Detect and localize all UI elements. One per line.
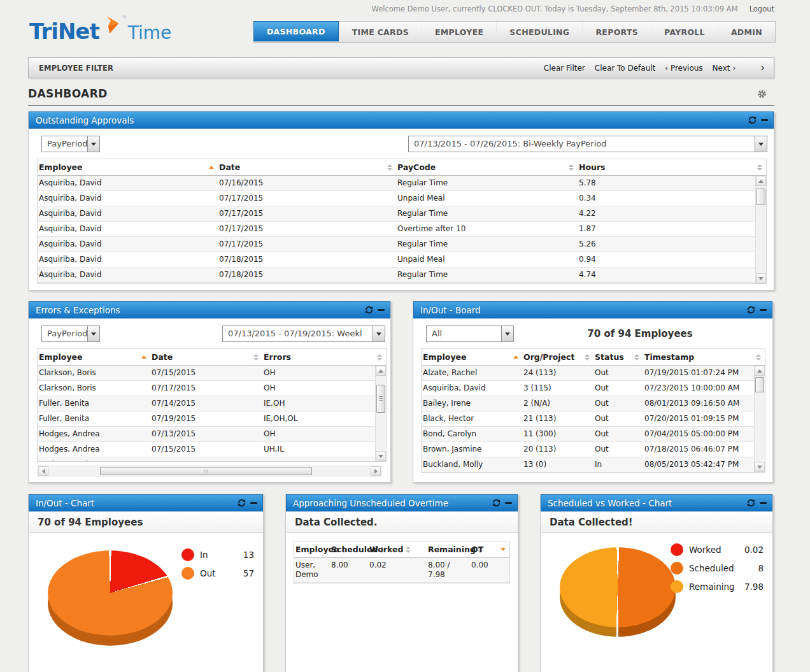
nav-tab-admin[interactable]: ADMIN [718,22,775,42]
dropdown-arrow-icon[interactable] [755,136,767,152]
payperiod-range-dropdown[interactable]: 07/13/2015 - 07/26/2015: Bi-Weekly PayPe… [408,136,767,152]
pie-chart [48,550,173,647]
table-row[interactable]: Asquiriba, David3 (115)Out07/23/2015 10:… [422,381,754,396]
payperiod-filter-dropdown[interactable]: PayPeriod [41,136,100,152]
table-cell: Asquiriba, David [38,222,218,236]
minimize-icon[interactable] [761,119,768,121]
column-label: Hours [579,162,606,172]
vertical-scrollbar[interactable] [755,176,766,283]
scroll-left-button[interactable] [38,466,48,476]
scroll-up-button[interactable] [376,366,386,376]
nav-tab-time-cards[interactable]: TIME CARDS [339,22,422,42]
nav-tab-label: EMPLOYEE [435,27,483,37]
dropdown-arrow-icon[interactable] [373,326,385,341]
minimize-icon[interactable] [250,502,257,504]
table-row[interactable]: Hodges, Andrea07/15/2015UH,IL [38,442,375,457]
table-row[interactable]: Bond, Carolyn11 (300)Out07/04/2015 05:00… [422,427,754,442]
column-header-employee[interactable]: Employee [38,349,150,365]
table-row[interactable]: Asquiriba, David07/18/2015Unpaid Meal0.9… [38,252,755,268]
table-row[interactable]: Alzate, Rachel24 (113)Out07/19/2015 01:0… [422,366,754,381]
table-rows: Alzate, Rachel24 (113)Out07/19/2015 01:0… [422,366,754,472]
refresh-icon[interactable] [748,116,757,124]
column-header-org-project[interactable]: Org/Project [522,349,593,365]
clear-filter-link[interactable]: Clear Filter [544,64,585,73]
table-row[interactable]: Buckland, Molly13 (0)In08/05/2013 05:42:… [422,457,754,472]
scrollbar-thumb[interactable] [755,377,764,392]
logout-link[interactable]: Logout [750,4,774,13]
column-header-date[interactable]: Date [218,159,396,175]
column-header-hours[interactable]: Hours [578,159,766,175]
minimize-icon[interactable] [378,309,385,311]
scroll-up-button[interactable] [756,176,766,186]
dropdown-arrow-icon[interactable] [87,136,99,152]
dropdown-arrow-icon[interactable] [501,326,513,341]
column-header-employee[interactable]: Employee [294,541,330,557]
payperiod-range-dropdown[interactable]: 07/13/2015 - 07/19/2015: Weekl [222,325,385,342]
column-label: Errors [264,352,291,362]
table-row[interactable]: Hodges, Andrea07/18/2015OH [38,457,375,461]
column-header-ot[interactable]: OT [470,541,509,557]
vertical-scrollbar[interactable] [375,366,386,461]
dropdown-arrow-icon[interactable] [87,326,99,341]
minimize-icon[interactable] [760,502,767,504]
table-row[interactable]: Asquiriba, David07/17/2015Unpaid Meal0.3… [38,191,755,206]
table-row[interactable]: Clarkson, Boris07/17/2015OH [38,381,375,396]
column-header-worked[interactable]: Worked [368,541,427,557]
scroll-down-button[interactable] [376,451,386,461]
expand-filter-chevron-icon[interactable]: › [760,62,765,73]
column-header-status[interactable]: Status [593,349,643,365]
scrollbar-thumb[interactable] [757,189,765,205]
nav-tab-reports[interactable]: REPORTS [582,22,651,42]
legend-item: Worked0.02 [671,543,764,556]
refresh-icon[interactable] [365,306,373,314]
table-row[interactable]: Brown, Jasmine20 (113)Out07/18/2015 06:4… [422,442,754,457]
table-row[interactable]: Hodges, Andrea07/13/2015OH [38,427,375,442]
scroll-right-button[interactable] [371,466,381,476]
table-row[interactable]: Asquiriba, David07/17/2015Overtime after… [38,222,755,237]
column-header-errors[interactable]: Errors [262,349,386,365]
scrollbar-thumb[interactable] [100,467,313,475]
clear-to-default-link[interactable]: Clear To Default [595,64,656,73]
refresh-icon[interactable] [747,306,755,314]
settings-gear-icon[interactable] [757,89,767,99]
table-row[interactable]: Clarkson, Boris07/15/2015OH [38,366,375,381]
next-link[interactable]: Next › [713,64,736,73]
table-row[interactable]: User, Demo8.000.028.00 / 7.980.00 [294,558,509,583]
nav-tab-dashboard[interactable]: DASHBOARD [253,21,339,41]
scroll-down-button[interactable] [756,273,766,283]
horizontal-scrollbar[interactable] [38,466,381,476]
table-row[interactable]: Bailey, Irene2 (N/A)Out08/01/2013 09:16:… [422,396,754,411]
minimize-icon[interactable] [505,502,512,504]
column-header-paycode[interactable]: PayCode [396,159,578,175]
column-header-scheduled[interactable]: Scheduled [330,541,368,557]
previous-link[interactable]: ‹ Previous [665,64,702,73]
table-row[interactable]: Black, Hector21 (113)Out07/20/2015 01:09… [422,411,754,427]
board-filter-dropdown[interactable]: All [426,325,514,342]
vertical-scrollbar[interactable] [754,366,765,472]
table-row[interactable]: Asquiriba, David07/17/2015Regular Time5.… [38,237,755,252]
refresh-icon[interactable] [238,499,246,507]
sort-icon [756,354,761,361]
column-header-remaining[interactable]: Remaining [427,541,470,557]
table-row[interactable]: Asquiriba, David07/16/2015Regular Time5.… [38,176,755,191]
table-row[interactable]: Fuller, Benita07/19/2015IE,OH,OL [38,411,375,427]
refresh-icon[interactable] [747,499,755,507]
scroll-down-button[interactable] [755,462,765,472]
table-row[interactable]: Asquiriba, David07/17/2015Regular Time4.… [38,206,755,222]
scroll-up-button[interactable] [755,366,765,376]
nav-tab-scheduling[interactable]: SCHEDULING [496,22,582,42]
payperiod-filter-dropdown[interactable]: PayPeriod [41,325,100,342]
table-row[interactable]: Asquiriba, David07/18/2015Regular Time4.… [38,268,755,283]
refresh-icon[interactable] [492,499,501,507]
table-row[interactable]: Fuller, Benita07/14/2015IE,OH [38,396,375,411]
column-header-employee[interactable]: Employee [422,349,522,365]
column-header-date[interactable]: Date [150,349,262,365]
table-row[interactable]: Asquiriba, David07/18/2015Overtime after… [38,283,755,283]
nav-tab-employee[interactable]: EMPLOYEE [422,22,496,42]
scrollbar-thumb[interactable] [376,385,385,413]
column-header-employee[interactable]: Employee [38,159,218,175]
minimize-icon[interactable] [760,309,767,311]
nav-tab-label: SCHEDULING [509,27,569,37]
nav-tab-payroll[interactable]: PAYROLL [651,22,718,42]
column-header-timestamp[interactable]: Timestamp [643,349,765,365]
